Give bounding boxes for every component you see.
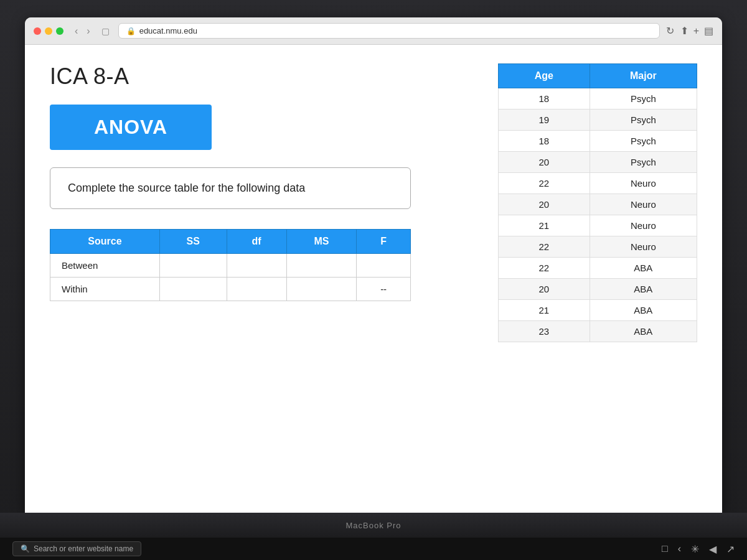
f-col-header: F — [357, 230, 411, 254]
ss-col-header: SS — [159, 230, 227, 254]
browser-window: ‹ › ▢ 🔒 educat.nmu.edu ↻ ⬆ + ▤ ICA 8-A A… — [25, 17, 722, 513]
data-cell-age: 22 — [499, 258, 590, 279]
data-cell-major: Psych — [590, 88, 697, 110]
data-table-row: 23ABA — [499, 321, 697, 342]
data-cell-major: Psych — [590, 131, 697, 152]
taskbar-search[interactable]: 🔍 Search or enter website name — [12, 541, 141, 556]
search-icon: 🔍 — [21, 544, 30, 553]
taskbar-grid-icon: □ — [662, 543, 668, 555]
source-cell-source: Within — [50, 278, 160, 301]
data-cell-age: 22 — [499, 236, 590, 258]
data-cell-age: 20 — [499, 194, 590, 215]
data-cell-major: ABA — [590, 300, 697, 321]
reading-list-icon[interactable]: ▤ — [704, 25, 713, 37]
data-table-row: 20Neuro — [499, 194, 697, 215]
data-cell-major: Neuro — [590, 173, 697, 194]
data-cell-major: Neuro — [590, 215, 697, 236]
source-table: Source SS df MS F BetweenWithin-- — [50, 229, 411, 301]
source-cell-f: -- — [357, 278, 411, 301]
address-bar[interactable]: 🔒 educat.nmu.edu — [118, 23, 660, 39]
taskbar-back-icon: ‹ — [678, 543, 681, 555]
bottom-bar: MacBook Pro — [0, 513, 747, 538]
age-col-header: Age — [499, 64, 590, 88]
data-cell-age: 22 — [499, 173, 590, 194]
data-cell-age: 18 — [499, 131, 590, 152]
data-table-row: 22Neuro — [499, 236, 697, 258]
data-cell-major: ABA — [590, 258, 697, 279]
data-cell-major: ABA — [590, 321, 697, 342]
source-cell-df — [227, 254, 286, 278]
maximize-button[interactable] — [56, 27, 63, 35]
source-cell-df — [227, 278, 286, 301]
window-controls — [34, 27, 63, 35]
major-col-header: Major — [590, 64, 697, 88]
minimize-button[interactable] — [45, 27, 52, 35]
ms-col-header: MS — [286, 230, 357, 254]
data-cell-age: 20 — [499, 152, 590, 173]
page-content: ICA 8-A ANOVA Complete the source table … — [25, 45, 722, 513]
taskbar-settings-icon: ✳ — [691, 543, 699, 555]
nav-buttons: ‹ › — [72, 24, 93, 38]
toolbar-right: ⬆ + ▤ — [680, 25, 713, 37]
source-table-row: Within-- — [50, 278, 411, 301]
close-button[interactable] — [34, 27, 41, 35]
left-panel: ICA 8-A ANOVA Complete the source table … — [50, 63, 473, 494]
data-table: Age Major 18Psych19Psych18Psych20Psych22… — [498, 63, 697, 342]
taskbar-icons: □ ‹ ✳ ◀ ↗ — [662, 543, 735, 555]
source-cell-ss — [159, 254, 227, 278]
data-table-row: 22ABA — [499, 258, 697, 279]
data-cell-major: Psych — [590, 152, 697, 173]
source-cell-ms — [286, 254, 357, 278]
instruction-text: Complete the source table for the follow… — [68, 182, 305, 194]
share-icon[interactable]: ⬆ — [680, 25, 688, 37]
data-table-row: 19Psych — [499, 110, 697, 131]
add-tab-icon[interactable]: + — [693, 26, 699, 37]
data-cell-major: Neuro — [590, 194, 697, 215]
url-text: educat.nmu.edu — [139, 26, 197, 35]
lock-icon: 🔒 — [126, 27, 136, 35]
sidebar-toggle[interactable]: ▢ — [99, 25, 112, 37]
data-cell-age: 19 — [499, 110, 590, 131]
taskbar-search-label: Search or enter website name — [34, 544, 133, 553]
data-cell-age: 21 — [499, 215, 590, 236]
forward-button[interactable]: › — [84, 24, 92, 38]
page-title: ICA 8-A — [50, 63, 473, 90]
data-table-row: 22Neuro — [499, 173, 697, 194]
data-cell-major: ABA — [590, 279, 697, 300]
data-table-row: 18Psych — [499, 131, 697, 152]
data-cell-age: 23 — [499, 321, 590, 342]
data-cell-age: 18 — [499, 88, 590, 110]
data-table-row: 20ABA — [499, 279, 697, 300]
data-table-row: 21ABA — [499, 300, 697, 321]
right-panel: Age Major 18Psych19Psych18Psych20Psych22… — [498, 63, 697, 494]
df-col-header: df — [227, 230, 286, 254]
laptop-frame: ‹ › ▢ 🔒 educat.nmu.edu ↻ ⬆ + ▤ ICA 8-A A… — [0, 0, 747, 560]
source-table-row: Between — [50, 254, 411, 278]
data-cell-major: Psych — [590, 110, 697, 131]
reload-button[interactable]: ↻ — [666, 25, 674, 37]
data-table-row: 20Psych — [499, 152, 697, 173]
source-cell-source: Between — [50, 254, 160, 278]
data-table-row: 18Psych — [499, 88, 697, 110]
source-col-header: Source — [50, 230, 160, 254]
taskbar-share-icon: ↗ — [726, 543, 735, 555]
back-button[interactable]: ‹ — [72, 24, 80, 38]
anova-banner: ANOVA — [50, 105, 212, 150]
browser-toolbar: ‹ › ▢ 🔒 educat.nmu.edu ↻ ⬆ + ▤ — [25, 17, 722, 45]
source-cell-ss — [159, 278, 227, 301]
source-cell-f — [357, 254, 411, 278]
data-cell-age: 20 — [499, 279, 590, 300]
taskbar-nav-icon: ◀ — [709, 543, 716, 555]
data-cell-age: 21 — [499, 300, 590, 321]
instruction-box: Complete the source table for the follow… — [50, 167, 411, 209]
data-cell-major: Neuro — [590, 236, 697, 258]
macbook-label: MacBook Pro — [345, 521, 401, 530]
source-cell-ms — [286, 278, 357, 301]
taskbar: 🔍 Search or enter website name □ ‹ ✳ ◀ ↗ — [0, 538, 747, 560]
data-table-row: 21Neuro — [499, 215, 697, 236]
